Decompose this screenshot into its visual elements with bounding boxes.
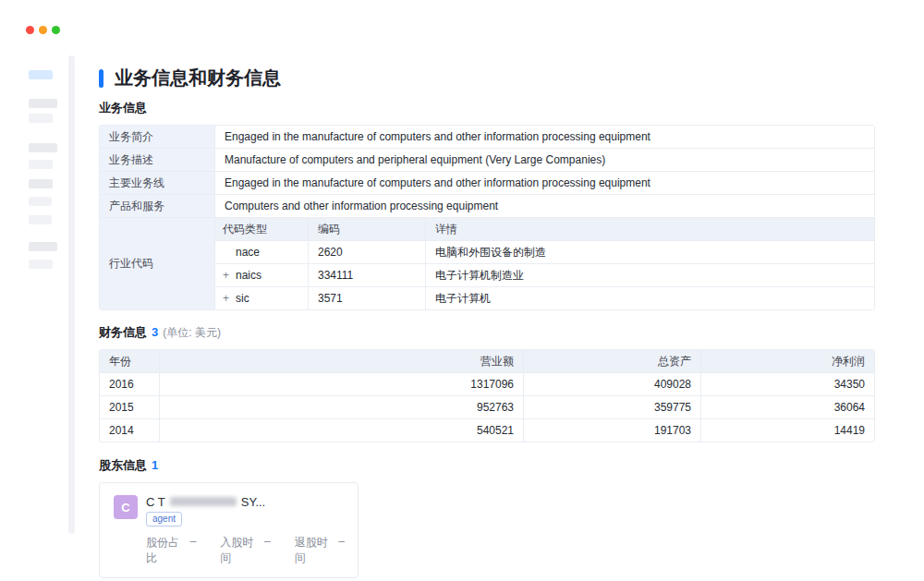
column-header: 总资产	[524, 350, 701, 372]
financial-count-badge: 3	[152, 325, 158, 339]
redacted-name-blur	[170, 497, 237, 506]
codes-header-row: 代码类型 编码 详情	[215, 218, 874, 241]
stat-label: 入股时间	[220, 535, 260, 566]
code-type-cell: + naics	[215, 264, 309, 286]
business-info-table: 业务简介 Engaged in the manufacture of compu…	[99, 125, 875, 310]
sidebar-item-placeholder[interactable]	[29, 215, 52, 224]
sidebar-item-placeholder[interactable]	[29, 260, 53, 269]
financial-section-header: 财务信息 3 (单位: 美元)	[99, 324, 875, 341]
table-row: 2015 952763 359775 36064	[100, 396, 874, 419]
financial-header-row: 年份 营业额 总资产 净利润	[100, 350, 874, 373]
financial-section-title: 财务信息	[99, 324, 147, 341]
name-prefix: C T	[146, 495, 165, 509]
table-row: nace 2620 电脑和外围设备的制造	[215, 241, 874, 264]
code-type: nace	[236, 246, 260, 259]
industry-codes-table: 代码类型 编码 详情 nace 2620 电脑和外围设备的制造 + naics	[215, 218, 874, 309]
year-cell: 2016	[100, 373, 160, 395]
scrollbar-track[interactable]	[68, 55, 75, 534]
sidebar	[29, 70, 66, 269]
column-header: 年份	[100, 350, 160, 372]
column-header: 营业额	[160, 350, 524, 372]
main-content: 业务信息和财务信息 业务信息 业务简介 Engaged in the manuf…	[99, 67, 875, 578]
sidebar-item-placeholder[interactable]	[29, 70, 53, 79]
row-label: 主要业务线	[100, 172, 215, 194]
row-label: 产品和服务	[100, 195, 215, 217]
business-section-title: 业务信息	[99, 100, 147, 116]
sidebar-item-placeholder[interactable]	[29, 99, 57, 108]
sidebar-item-placeholder[interactable]	[29, 197, 52, 206]
code-type: sic	[236, 292, 249, 305]
row-value: Computers and other information processi…	[215, 195, 874, 217]
table-row: 主要业务线 Engaged in the manufacture of comp…	[100, 172, 874, 195]
expand-icon[interactable]: +	[223, 293, 236, 304]
sidebar-item-placeholder[interactable]	[29, 242, 57, 251]
stat-value: –	[264, 535, 271, 566]
year-cell: 2015	[100, 396, 160, 418]
shareholder-details: C T SY... agent 股份占比 – 入股时间 – 退股时间 –	[146, 495, 345, 566]
code-type: naics	[236, 269, 261, 282]
shareholder-section-title: 股东信息	[99, 457, 147, 474]
business-section-header: 业务信息	[99, 100, 875, 116]
minimize-window-icon[interactable]	[39, 26, 47, 34]
window-controls	[26, 26, 60, 34]
financial-unit-note: (单位: 美元)	[163, 325, 221, 341]
code-type-cell: nace	[215, 241, 309, 263]
table-row: 业务描述 Manufacture of computers and periph…	[100, 149, 874, 172]
table-row: + naics 334111 电子计算机制造业	[215, 264, 874, 287]
code-detail: 电脑和外围设备的制造	[426, 241, 874, 263]
industry-codes-row: 行业代码 代码类型 编码 详情 nace 2620 电脑和外围设备的制造	[100, 218, 874, 309]
page-header: 业务信息和财务信息	[99, 67, 875, 90]
code-detail: 电子计算机	[426, 287, 874, 309]
stat-label: 股份占比	[146, 535, 186, 566]
column-header: 详情	[426, 218, 874, 240]
table-row: 2016 1317096 409028 34350	[100, 373, 874, 396]
close-window-icon[interactable]	[26, 26, 34, 34]
sidebar-item-placeholder[interactable]	[29, 114, 53, 123]
assets-cell: 409028	[524, 373, 701, 395]
financial-table: 年份 营业额 总资产 净利润 2016 1317096 409028 34350…	[99, 349, 875, 442]
row-value: Engaged in the manufacture of computers …	[215, 126, 874, 148]
revenue-cell: 540521	[160, 419, 524, 442]
zoom-window-icon[interactable]	[52, 26, 60, 34]
code-type-cell: + sic	[215, 287, 309, 309]
table-row: + sic 3571 电子计算机	[215, 287, 874, 309]
table-row: 2014 540521 191703 14419	[100, 419, 874, 442]
sidebar-item-placeholder[interactable]	[29, 143, 57, 152]
revenue-cell: 1317096	[160, 373, 524, 395]
agent-badge: agent	[146, 512, 182, 527]
stat-label: 退股时间	[295, 535, 334, 566]
code-value: 334111	[309, 264, 426, 286]
row-value: Manufacture of computers and peripheral …	[215, 149, 874, 171]
column-header: 代码类型	[215, 218, 309, 240]
page-title: 业务信息和财务信息	[115, 66, 281, 91]
shareholder-section-header: 股东信息 1	[99, 457, 875, 474]
profit-cell: 36064	[701, 396, 874, 418]
assets-cell: 359775	[524, 396, 701, 418]
stat-share-ratio: 股份占比 –	[146, 535, 196, 566]
year-cell: 2014	[100, 419, 160, 442]
profit-cell: 34350	[701, 373, 874, 395]
sidebar-item-placeholder[interactable]	[29, 160, 53, 169]
code-value: 2620	[309, 241, 426, 263]
stat-value: –	[190, 535, 197, 566]
sidebar-item-placeholder[interactable]	[29, 179, 53, 188]
column-header: 净利润	[701, 350, 874, 372]
shareholder-name: C T SY...	[146, 495, 345, 508]
expand-icon[interactable]: +	[223, 270, 236, 281]
stat-value: –	[338, 535, 345, 566]
avatar: C	[114, 495, 138, 519]
table-row: 产品和服务 Computers and other information pr…	[100, 195, 874, 218]
row-value: Engaged in the manufacture of computers …	[215, 172, 874, 194]
column-header: 编码	[309, 218, 426, 240]
title-accent-bar	[99, 69, 103, 88]
assets-cell: 191703	[524, 419, 701, 442]
table-row: 业务简介 Engaged in the manufacture of compu…	[100, 126, 874, 149]
shareholder-count-badge: 1	[152, 458, 158, 472]
row-label: 业务简介	[100, 126, 215, 148]
profit-cell: 14419	[701, 419, 874, 442]
shareholder-stats: 股份占比 – 入股时间 – 退股时间 –	[146, 535, 345, 566]
stat-exit-time: 退股时间 –	[295, 535, 345, 566]
row-label: 行业代码	[100, 218, 215, 309]
code-detail: 电子计算机制造业	[426, 264, 874, 286]
row-label: 业务描述	[100, 149, 215, 171]
